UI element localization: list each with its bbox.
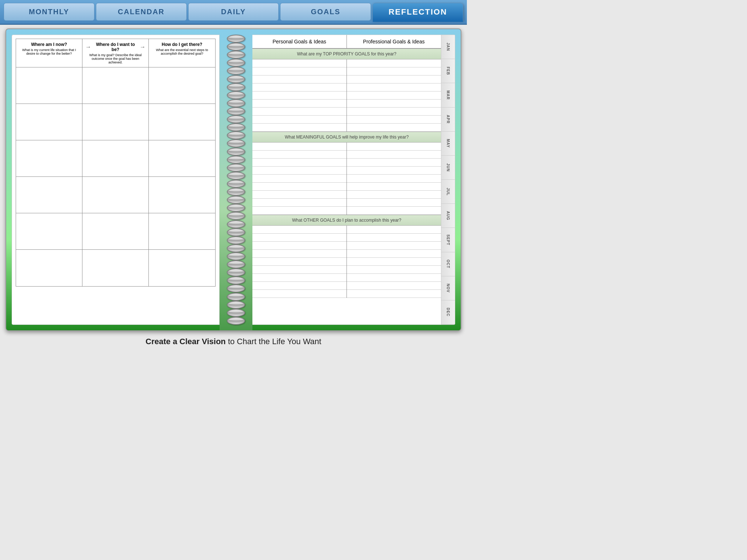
month-tab-nov[interactable]: NOV <box>441 276 455 300</box>
goals-line[interactable] <box>252 258 347 266</box>
goals-line[interactable] <box>252 83 347 92</box>
grid-cell[interactable] <box>82 177 149 213</box>
grid-cell[interactable] <box>149 177 215 213</box>
goals-line[interactable] <box>347 116 441 124</box>
goals-line[interactable] <box>252 108 347 116</box>
goals-line[interactable] <box>347 100 441 108</box>
grid-cell[interactable] <box>149 250 215 286</box>
goals-line[interactable] <box>252 250 347 258</box>
tab-calendar[interactable]: CALENDAR <box>96 3 187 21</box>
goals-line[interactable] <box>347 258 441 266</box>
goals-line[interactable] <box>347 67 441 75</box>
goals-line[interactable] <box>347 234 441 242</box>
goals-line[interactable] <box>252 100 347 108</box>
goals-line[interactable] <box>252 282 347 290</box>
goals-line[interactable] <box>252 242 347 250</box>
spiral-coil <box>227 301 245 309</box>
goals-line[interactable] <box>252 191 347 199</box>
goals-line[interactable] <box>252 151 347 159</box>
goals-line[interactable] <box>347 75 441 83</box>
spiral-coil <box>227 228 245 236</box>
month-tab-feb[interactable]: FEB <box>441 59 455 83</box>
tab-monthly[interactable]: MONTHLY <box>4 3 94 21</box>
grid-cell[interactable] <box>82 140 149 177</box>
goals-line[interactable] <box>252 75 347 83</box>
goals-line[interactable] <box>252 290 347 298</box>
grid-cell[interactable] <box>16 177 82 213</box>
top-priority-personal[interactable] <box>252 59 347 132</box>
goals-line[interactable] <box>252 159 347 167</box>
goals-line[interactable] <box>252 59 347 67</box>
goals-line[interactable] <box>347 175 441 183</box>
goals-line[interactable] <box>347 274 441 282</box>
grid-cell[interactable] <box>82 213 149 250</box>
goals-line[interactable] <box>252 116 347 124</box>
goals-line[interactable] <box>252 175 347 183</box>
goals-line[interactable] <box>347 199 441 207</box>
month-tab-apr[interactable]: APR <box>441 108 455 132</box>
grid-cell[interactable] <box>149 67 215 104</box>
header-col2: → Where do I want to be? → What is my go… <box>82 39 149 67</box>
goals-line[interactable] <box>347 282 441 290</box>
top-priority-professional[interactable] <box>347 59 441 132</box>
grid-cell[interactable] <box>149 140 215 177</box>
month-tab-jul[interactable]: JUL <box>441 180 455 204</box>
goals-line[interactable] <box>347 159 441 167</box>
grid-cell[interactable] <box>82 250 149 286</box>
grid-cell[interactable] <box>82 67 149 104</box>
goals-line[interactable] <box>347 183 441 191</box>
goals-line[interactable] <box>347 226 441 234</box>
goals-line[interactable] <box>252 167 347 175</box>
goals-line[interactable] <box>347 124 441 132</box>
goals-line[interactable] <box>252 92 347 100</box>
goals-line[interactable] <box>347 207 441 215</box>
grid-cell[interactable] <box>149 104 215 140</box>
goals-line[interactable] <box>347 250 441 258</box>
goals-line[interactable] <box>347 108 441 116</box>
grid-cell[interactable] <box>16 140 82 177</box>
tab-daily[interactable]: DAILY <box>188 3 279 21</box>
goals-content: Personal Goals & Ideas Professional Goal… <box>252 35 441 324</box>
goals-line[interactable] <box>347 290 441 298</box>
goals-line[interactable] <box>347 143 441 151</box>
meaningful-professional[interactable] <box>347 143 441 215</box>
month-tab-jun[interactable]: JUN <box>441 156 455 180</box>
goals-line[interactable] <box>347 242 441 250</box>
goals-line[interactable] <box>252 67 347 75</box>
goals-line[interactable] <box>252 207 347 215</box>
goals-line[interactable] <box>252 234 347 242</box>
grid-cell[interactable] <box>16 67 82 104</box>
grid-cell[interactable] <box>82 104 149 140</box>
month-tab-jan[interactable]: JAN <box>441 35 455 59</box>
goals-line[interactable] <box>252 183 347 191</box>
other-professional[interactable] <box>347 226 441 298</box>
grid-cell[interactable] <box>149 213 215 250</box>
tab-reflection[interactable]: REFLECTION <box>372 3 463 21</box>
grid-cell[interactable] <box>16 250 82 286</box>
grid-cell[interactable] <box>16 104 82 140</box>
goals-line[interactable] <box>347 151 441 159</box>
meaningful-personal[interactable] <box>252 143 347 215</box>
month-tab-oct[interactable]: OCT <box>441 252 455 276</box>
tab-goals[interactable]: GOALS <box>280 3 371 21</box>
goals-line[interactable] <box>252 226 347 234</box>
goals-line[interactable] <box>252 124 347 132</box>
goals-line[interactable] <box>252 199 347 207</box>
goals-line[interactable] <box>347 59 441 67</box>
grid-cell[interactable] <box>16 213 82 250</box>
goals-line[interactable] <box>347 191 441 199</box>
goals-line[interactable] <box>252 274 347 282</box>
month-tab-may[interactable]: MAY <box>441 132 455 156</box>
other-personal[interactable] <box>252 226 347 298</box>
goals-line[interactable] <box>347 92 441 100</box>
goals-line[interactable] <box>347 167 441 175</box>
month-tab-mar[interactable]: MAR <box>441 83 455 107</box>
goals-line[interactable] <box>347 266 441 274</box>
month-tab-sept[interactable]: SEPT <box>441 228 455 252</box>
goals-line[interactable] <box>347 83 441 92</box>
other-lines <box>252 226 441 298</box>
goals-line[interactable] <box>252 143 347 151</box>
goals-line[interactable] <box>252 266 347 274</box>
month-tab-dec[interactable]: DEC <box>441 300 455 324</box>
month-tab-aug[interactable]: AUG <box>441 204 455 228</box>
